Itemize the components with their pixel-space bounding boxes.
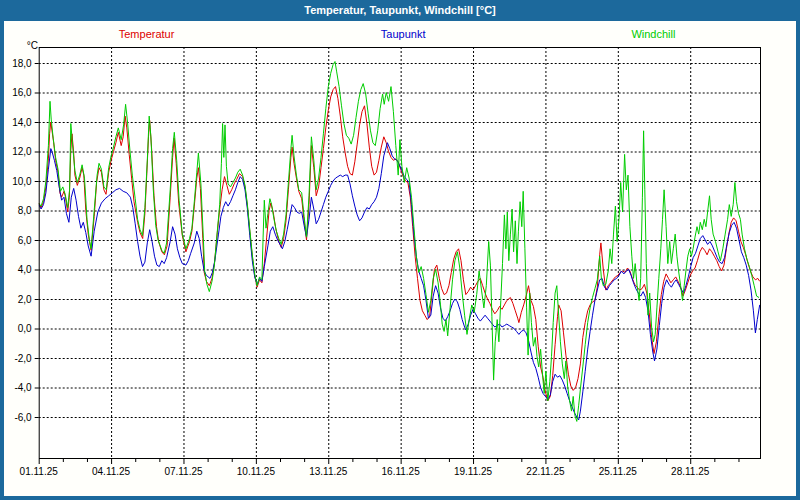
y-tick-label: 0,0: [18, 323, 32, 334]
x-tick-label: 04.11.25: [92, 466, 131, 477]
x-tick-label: 28.11.25: [671, 466, 710, 477]
x-tick-label: 01.11.25: [20, 466, 59, 477]
y-tick-label: 18,0: [12, 58, 32, 69]
y-tick-label: 6,0: [18, 235, 32, 246]
y-tick-label: 12,0: [12, 146, 32, 157]
y-tick-label: -2,0: [14, 353, 32, 364]
chart-content-area: Temperatur Taupunkt Windchill °C 18,016,…: [4, 21, 796, 496]
y-tick-label: 10,0: [12, 176, 32, 187]
y-tick-label: 8,0: [18, 205, 32, 216]
x-tick-label: 19.11.25: [454, 466, 493, 477]
x-tick-label: 13.11.25: [309, 466, 348, 477]
y-tick-label: 2,0: [18, 294, 32, 305]
y-tick-label: 16,0: [12, 87, 32, 98]
window-title-bar: Temperatur, Taupunkt, Windchill [°C]: [0, 0, 800, 21]
x-tick-label: 16.11.25: [382, 466, 421, 477]
x-tick-label: 10.11.25: [237, 466, 276, 477]
y-tick-label: -4,0: [14, 382, 32, 393]
x-tick-label: 22.11.25: [526, 466, 565, 477]
chart-plot-area: 18,016,014,012,010,08,06,04,02,00,0-2,0-…: [4, 21, 796, 496]
window-title: Temperatur, Taupunkt, Windchill [°C]: [304, 4, 496, 16]
y-tick-label: -6,0: [14, 412, 32, 423]
chart-window: Temperatur, Taupunkt, Windchill [°C] Tem…: [0, 0, 800, 500]
y-tick-label: 4,0: [18, 264, 32, 275]
y-tick-label: 14,0: [12, 117, 32, 128]
x-tick-label: 07.11.25: [164, 466, 203, 477]
x-tick-label: 25.11.25: [599, 466, 638, 477]
plot-background: [39, 47, 761, 459]
